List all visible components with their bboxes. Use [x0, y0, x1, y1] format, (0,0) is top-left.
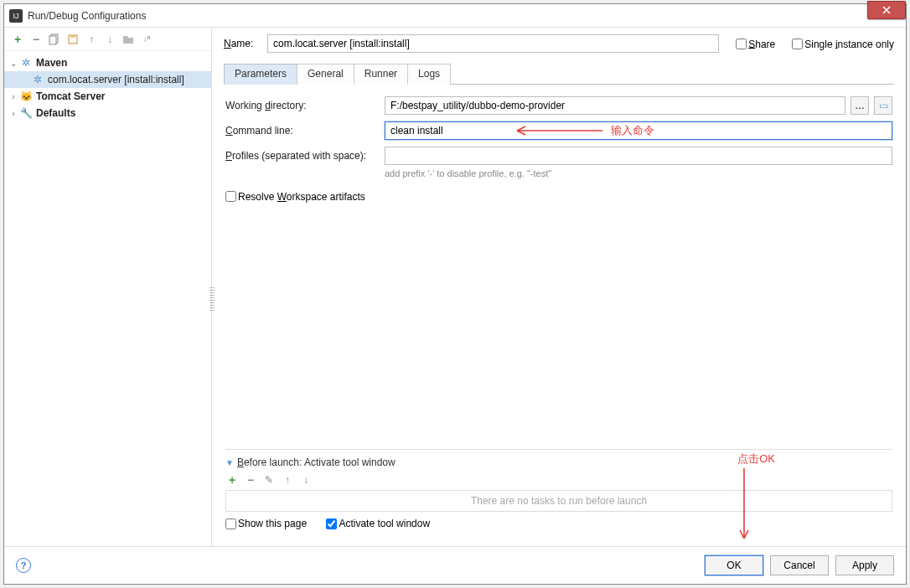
- app-icon: IJ: [9, 9, 23, 23]
- maven-icon: ✲: [19, 56, 33, 70]
- tab-content-parameters: Working directory: … ▭ Command line: 输入命…: [224, 85, 894, 546]
- single-instance-checkbox-wrap[interactable]: Single instance only: [783, 38, 894, 50]
- spacer: [225, 203, 892, 442]
- bl-edit-button[interactable]: ✎: [262, 473, 276, 487]
- window-title: Run/Debug Configurations: [28, 10, 146, 22]
- command-line-label: Command line:: [225, 125, 380, 137]
- profiles-hint: add prefix '-' to disable profile, e.g. …: [385, 168, 892, 178]
- expand-icon: ⌄: [8, 59, 19, 68]
- tab-runner[interactable]: Runner: [354, 64, 408, 85]
- show-this-page-wrap[interactable]: Show this page: [225, 517, 307, 529]
- move-up-button[interactable]: ↑: [85, 33, 98, 46]
- bl-add-button[interactable]: +: [225, 473, 239, 487]
- tomcat-icon: 🐱: [19, 90, 33, 103]
- bl-down-button[interactable]: ↓: [299, 473, 313, 487]
- tree-toolbar: + − ↑ ↓ ↓ª: [4, 28, 211, 51]
- name-row: Name: Share Single instance only: [224, 34, 894, 53]
- insert-macro-button[interactable]: ▭: [874, 96, 892, 115]
- resolve-workspace-row: Resolve Workspace artifacts: [225, 190, 892, 203]
- move-down-button[interactable]: ↓: [103, 33, 116, 46]
- before-launch-checks: Show this page Activate tool window: [225, 512, 892, 539]
- sort-button[interactable]: ↓ª: [140, 33, 153, 46]
- add-config-button[interactable]: +: [11, 33, 24, 46]
- command-line-input[interactable]: [385, 121, 892, 140]
- collapse-icon: ›: [8, 92, 19, 101]
- profiles-input[interactable]: [385, 147, 892, 165]
- before-launch-toolbar: + − ✎ ↑ ↓: [225, 468, 892, 490]
- main-row: + − ↑ ↓ ↓ª ⌄ ✲ Maven ✲: [4, 28, 906, 546]
- profiles-label: Profiles (separated with space):: [225, 150, 380, 162]
- close-icon: [882, 5, 892, 15]
- splitter-handle[interactable]: [209, 287, 215, 312]
- close-button[interactable]: [867, 1, 906, 19]
- config-detail-panel: Name: Share Single instance only Paramet…: [212, 28, 906, 546]
- resolve-workspace-wrap[interactable]: Resolve Workspace artifacts: [225, 190, 365, 202]
- run-debug-configurations-dialog: IJ Run/Debug Configurations + − ↑ ↓ ↓ª: [3, 3, 907, 585]
- collapse-triangle-icon: ▼: [225, 458, 234, 467]
- maven-icon: ✲: [31, 73, 44, 86]
- before-launch-task-list[interactable]: There are no tasks to run before launch: [225, 490, 892, 512]
- before-launch-header[interactable]: ▼ Before launch: Activate tool window: [225, 456, 892, 468]
- working-dir-row: Working directory: … ▭: [225, 96, 892, 115]
- config-tree-panel: + − ↑ ↓ ↓ª ⌄ ✲ Maven ✲: [4, 28, 212, 546]
- dialog-button-bar: ? OK Cancel Apply: [4, 546, 906, 584]
- single-instance-checkbox[interactable]: [792, 39, 803, 49]
- tree-node-maven-config[interactable]: ✲ com.locat.server [install:install]: [4, 71, 211, 88]
- tree-label: com.locat.server [install:install]: [48, 74, 184, 85]
- remove-config-button[interactable]: −: [29, 33, 43, 46]
- folder-button[interactable]: [122, 33, 135, 46]
- browse-dir-button[interactable]: …: [851, 96, 869, 115]
- tab-parameters[interactable]: Parameters: [224, 64, 297, 85]
- show-this-page-checkbox[interactable]: [225, 518, 236, 529]
- help-button[interactable]: ?: [16, 558, 31, 573]
- tree-label: Maven: [36, 57, 67, 69]
- tree-node-defaults[interactable]: › 🔧 Defaults: [4, 105, 211, 121]
- share-checkbox[interactable]: [736, 39, 747, 49]
- save-config-button[interactable]: [66, 33, 80, 46]
- wrench-icon: 🔧: [19, 106, 33, 120]
- resolve-workspace-checkbox[interactable]: [225, 191, 236, 202]
- activate-tool-window-checkbox[interactable]: [326, 518, 337, 529]
- ok-button[interactable]: OK: [705, 555, 763, 575]
- working-dir-label: Working directory:: [225, 100, 380, 111]
- cancel-button[interactable]: Cancel: [770, 555, 829, 575]
- button-row: OK Cancel Apply: [705, 555, 894, 575]
- activate-tool-window-wrap[interactable]: Activate tool window: [318, 517, 430, 529]
- svg-rect-1: [49, 36, 56, 44]
- name-input[interactable]: [267, 34, 719, 53]
- bl-remove-button[interactable]: −: [244, 473, 257, 487]
- command-line-row: Command line: 输入命令: [225, 121, 892, 140]
- name-label: Name:: [224, 38, 259, 49]
- working-dir-input[interactable]: [385, 96, 845, 115]
- tree-label: Defaults: [36, 107, 75, 119]
- copy-config-button[interactable]: [48, 33, 61, 46]
- profiles-row: Profiles (separated with space):: [225, 147, 892, 165]
- tree-label: Tomcat Server: [36, 90, 105, 102]
- tree-node-maven[interactable]: ⌄ ✲ Maven: [4, 54, 211, 71]
- before-launch-section: ▼ Before launch: Activate tool window 点击…: [225, 449, 892, 539]
- collapse-icon: ›: [8, 109, 19, 118]
- dialog-body: + − ↑ ↓ ↓ª ⌄ ✲ Maven ✲: [4, 28, 906, 584]
- tab-logs[interactable]: Logs: [407, 64, 451, 85]
- apply-button[interactable]: Apply: [835, 555, 894, 575]
- bl-up-button[interactable]: ↑: [281, 473, 294, 487]
- tab-general[interactable]: General: [297, 64, 354, 85]
- config-tree: ⌄ ✲ Maven ✲ com.locat.server [install:in…: [4, 51, 211, 546]
- tree-node-tomcat[interactable]: › 🐱 Tomcat Server: [4, 88, 211, 105]
- tab-bar: Parameters General Runner Logs: [224, 63, 894, 85]
- share-checkbox-wrap[interactable]: Share: [727, 38, 775, 50]
- titlebar: IJ Run/Debug Configurations: [4, 4, 906, 28]
